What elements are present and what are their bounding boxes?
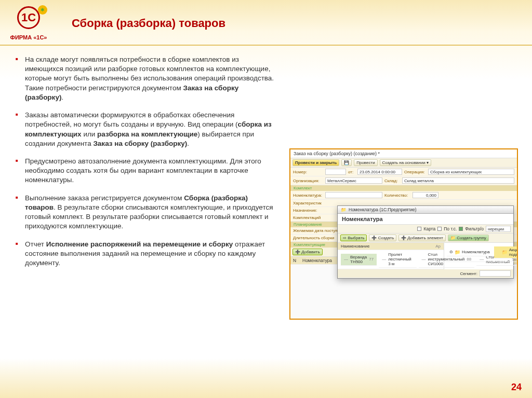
bullet-item: Предусмотрено автозаполнение документа к… — [12, 157, 277, 185]
label-komplektacia: Комплектаций — [293, 215, 323, 220]
dialog-sys-title: 📁 Номенклатура (1С:Предприятие) — [338, 206, 513, 214]
tree-item[interactable]: ⊖ 📁Номенклатура — [447, 249, 493, 256]
bullet-item: Выполнение заказа регистрируется докумен… — [12, 194, 277, 231]
nomenklatura-dialog: 📁 Номенклатура (1С:Предприятие) Номенкла… — [337, 205, 514, 279]
label-harakteristika: Характеристик — [293, 201, 323, 205]
input-sklad[interactable]: Склад металла — [402, 177, 514, 184]
tree-item[interactable]: 📁Акции и подарки — [494, 246, 518, 258]
label-filter: Фильтр/о — [465, 226, 484, 231]
label-org: Организация: — [293, 179, 323, 183]
save-icon-button[interactable]: 💾 — [341, 159, 352, 166]
logo: 1С ✱ ФИРМА «1С» — [0, 6, 57, 40]
provesti-zakryt-button[interactable]: Провести и закрыть — [292, 159, 339, 166]
label-ot: от: — [348, 170, 355, 174]
input-kolichestvo[interactable]: 0,000 — [413, 192, 438, 198]
list-item[interactable]: —Веранда ТН50077 — [341, 254, 377, 266]
logo-brand: ФИРМА «1С» — [10, 34, 47, 40]
page-title: Сборка (разборка) товаров — [57, 17, 225, 30]
label-kolichestvo: Количество: — [384, 193, 410, 198]
page-number: 24 — [511, 382, 522, 393]
chk-filter[interactable] — [459, 227, 463, 231]
sozdat-na-osnovanii-button[interactable]: Создать на основании ▾ — [380, 159, 431, 166]
label-sklad: Склад: — [384, 179, 400, 183]
label-naznachenie: Назначение: — [293, 208, 323, 213]
window-title: Заказ на сборку (разборку) (создание) * — [290, 149, 517, 158]
filter-input[interactable]: нереции — [486, 226, 511, 232]
logo-glyph: 1С — [17, 6, 40, 29]
dialog-heading: Номенклатура — [338, 214, 513, 225]
label-potc: По т.с. — [444, 226, 457, 231]
label-nomenklatura: Номенклатура: — [293, 193, 323, 198]
item-list: Наименование Ар —Веранда ТН50077—Пролет … — [338, 243, 444, 269]
section-komplekt: Комплект — [290, 185, 517, 191]
label-karta: Карта — [423, 226, 435, 231]
app-window: Заказ на сборку (разборку) (создание) * … — [289, 148, 518, 320]
bullet-item: На складе могут появляться потребности в… — [12, 55, 277, 102]
sozdat-grupu-button[interactable]: 📁 Создать группу — [448, 235, 489, 241]
chk-potc[interactable] — [437, 227, 442, 231]
bullet-item: Заказы автоматически формируются в обраб… — [12, 111, 277, 148]
list-header: Наименование — [341, 244, 369, 249]
sozdat-button[interactable]: ➕ Создать — [369, 235, 396, 241]
input-operaciya[interactable]: Сборка из комплектующих — [428, 169, 514, 175]
chk-karta[interactable] — [417, 227, 421, 231]
list-col2: Ар — [435, 244, 441, 249]
bullet-item: Отчет Исполнение распоряжений на перемещ… — [12, 240, 277, 268]
dobavit-element-button[interactable]: ➕ Добавить элемент — [398, 235, 446, 241]
input-org[interactable]: МеталлСервис — [325, 177, 382, 184]
dobavit-button[interactable]: ➕ Добавить — [292, 249, 323, 255]
label-nomer: Номер: — [293, 170, 323, 174]
segment-input[interactable] — [480, 270, 511, 277]
label-segment: Сегмент: — [460, 271, 477, 276]
bullet-list: На складе могут появляться потребности в… — [12, 55, 277, 320]
input-nomer[interactable] — [325, 169, 346, 175]
label-dlitelnost: Длительность сборки — [293, 236, 340, 240]
label-operaciya: Операция: — [404, 170, 426, 174]
vybrat-button[interactable]: ⇨ Выбрать — [340, 235, 367, 241]
col-n: N — [293, 258, 300, 263]
input-date[interactable]: 23.05.2014 0:00:00 — [357, 169, 402, 175]
list-item[interactable]: —Пролет лестничный 3 м — [379, 251, 416, 268]
logo-icon: 1С ✱ — [13, 6, 44, 32]
folder-tree: ⊖ 📁Номенклатура📁Акции и подарки📁Инструме… — [444, 243, 518, 269]
input-nomenklatura[interactable] — [325, 192, 382, 198]
col-nomenklatura: Номенклатура — [302, 258, 332, 263]
provesti-button[interactable]: Провести — [354, 159, 377, 166]
logo-accent-icon: ✱ — [38, 5, 47, 15]
label-zhelaemaya: Желаемая дата поступ — [293, 228, 340, 233]
